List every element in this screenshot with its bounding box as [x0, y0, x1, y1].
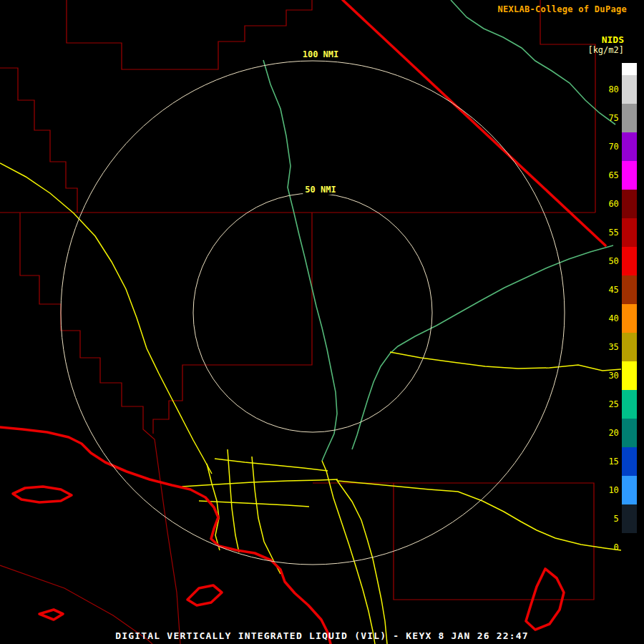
colorbar-swatch — [622, 361, 637, 390]
highway — [0, 163, 212, 474]
state-line-and-coastline — [0, 0, 605, 644]
colorbar-swatch — [622, 419, 637, 447]
colorbar-swatch — [622, 533, 637, 562]
colorbar-swatch — [622, 190, 637, 218]
island-outline — [39, 610, 63, 620]
colorbar-segment: 35 — [598, 333, 637, 361]
colorbar-tick-label: 65 — [598, 161, 622, 190]
colorbar-swatch — [622, 447, 637, 476]
county-line — [540, 0, 595, 213]
colorbar-swatch — [622, 104, 637, 132]
radar-display: NEXLAB-College of DuPage NIDS [kg/m2] 50… — [0, 0, 644, 644]
colorbar-swatch — [622, 63, 637, 75]
colorbar-segment: 10 — [598, 476, 637, 504]
colorbar-tick-label: 55 — [598, 218, 622, 247]
river — [263, 60, 337, 461]
state-boundary-line — [343, 0, 605, 245]
colorbar-tick-label: 35 — [598, 333, 622, 361]
river — [451, 0, 615, 125]
colorbar-swatch — [622, 333, 637, 361]
radar-map — [0, 0, 644, 644]
county-line — [153, 213, 312, 434]
island-outline — [187, 585, 222, 605]
colorbar-tick-label: 15 — [598, 447, 622, 476]
colorbar-tick-label: 30 — [598, 361, 622, 390]
colorbar-tick-label: 45 — [598, 275, 622, 304]
colorbar-swatch — [622, 504, 637, 533]
colorbar-swatch — [622, 218, 637, 247]
product-caption: DIGITAL VERTICALLY INTEGRATED LIQUID (VI… — [0, 630, 644, 641]
colorbar-segment: 30 — [598, 361, 637, 390]
highway — [252, 457, 280, 574]
highway — [338, 481, 621, 550]
river — [352, 245, 613, 449]
colorbar-segment: 60 — [598, 190, 637, 218]
highway — [228, 449, 239, 552]
colorbar-tick-label: 0 — [598, 533, 622, 562]
highway-lines — [0, 163, 621, 644]
highway — [215, 459, 328, 471]
colorbar-swatch — [622, 390, 637, 419]
colorbar-scale: 80757065605550454035302520151050 — [598, 63, 637, 562]
colorbar-segment: 45 — [598, 275, 637, 304]
colorbar-swatch — [622, 132, 637, 161]
colorbar-segment: 70 — [598, 132, 637, 161]
highway — [322, 461, 375, 644]
range-ring-label-50: 50 NMI — [303, 185, 338, 195]
colorbar-tick-label: 40 — [598, 304, 622, 333]
county-boundaries — [0, 0, 595, 644]
colorbar-tick-label: 50 — [598, 247, 622, 275]
site-title: NEXLAB-College of DuPage — [497, 4, 627, 14]
colorbar-tick-label: 75 — [598, 104, 622, 132]
colorbar-segment: 5 — [598, 504, 637, 533]
units-label: [kg/m2] — [587, 45, 624, 55]
highway — [336, 479, 387, 644]
highway — [199, 501, 309, 507]
river-lines — [263, 0, 615, 461]
colorbar-segment: 50 — [598, 247, 637, 275]
colorbar-segment: 20 — [598, 419, 637, 447]
colorbar-tick-label: 70 — [598, 132, 622, 161]
colorbar-swatch — [622, 161, 637, 190]
colorbar-segment: 15 — [598, 447, 637, 476]
county-line — [313, 483, 594, 600]
colorbar-segment: 80 — [598, 75, 637, 104]
colorbar-tick-label: 10 — [598, 476, 622, 504]
colorbar-segment: 75 — [598, 104, 637, 132]
colorbar-swatch — [622, 75, 637, 104]
colorbar-tick-label: 60 — [598, 190, 622, 218]
range-ring-label-100: 100 NMI — [301, 49, 341, 59]
county-line — [67, 0, 312, 69]
colorbar-tick-label: 80 — [598, 75, 622, 104]
colorbar-tick-label: 5 — [598, 504, 622, 533]
colorbar-segment — [598, 63, 637, 75]
island-outline — [13, 487, 72, 502]
colorbar-tick-label: 20 — [598, 419, 622, 447]
colorbar-segment: 25 — [598, 390, 637, 419]
colorbar-swatch — [622, 247, 637, 275]
colorbar-swatch — [622, 275, 637, 304]
colorbar-tick-label: 25 — [598, 390, 622, 419]
colorbar-tick-label — [598, 63, 622, 75]
colorbar-segment: 65 — [598, 161, 637, 190]
range-ring-50nmi — [193, 193, 432, 432]
colorbar-swatch — [622, 476, 637, 504]
colorbar-segment: 0 — [598, 533, 637, 562]
county-line — [20, 213, 180, 644]
colorbar-swatch — [622, 304, 637, 333]
cod-logo-icon — [0, 3, 11, 13]
product-code-label: NIDS — [602, 34, 624, 45]
colorbar-segment: 55 — [598, 218, 637, 247]
county-line — [0, 68, 77, 213]
colorbar-segment: 40 — [598, 304, 637, 333]
